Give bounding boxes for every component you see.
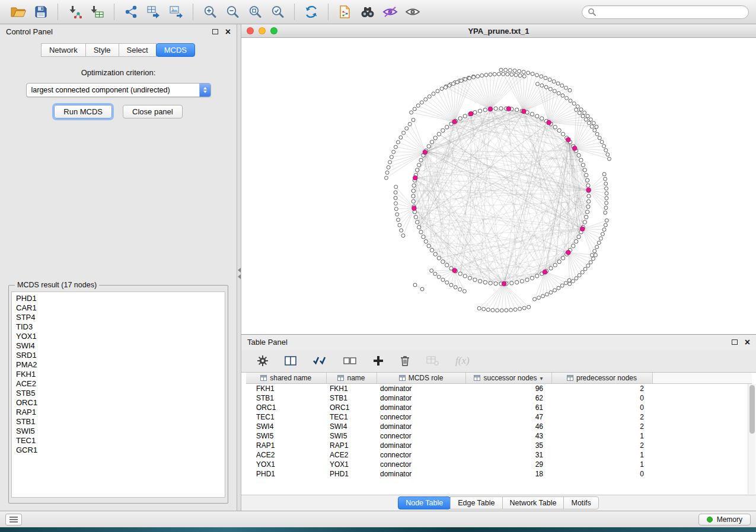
network-node[interactable] [540,75,543,78]
network-node[interactable] [535,114,539,118]
panel-splitter[interactable] [237,24,241,511]
network-node[interactable] [581,163,585,166]
network-node[interactable] [602,145,606,148]
network-node[interactable] [427,244,430,248]
network-node[interactable] [595,132,599,136]
dominator-node[interactable] [566,250,571,255]
network-node[interactable] [400,229,403,232]
network-node[interactable] [569,99,572,102]
network-node[interactable] [525,278,529,281]
network-node[interactable] [493,72,496,76]
network-node[interactable] [574,239,578,243]
network-node[interactable] [489,281,492,285]
network-node[interactable] [561,94,564,97]
network-node[interactable] [397,218,400,222]
network-node[interactable] [436,89,439,93]
mcds-result-item[interactable]: CAR1 [16,303,221,313]
export-table-button[interactable] [142,2,165,21]
network-node[interactable] [455,81,459,84]
network-node[interactable] [557,260,561,264]
network-node[interactable] [560,284,564,287]
network-node[interactable] [565,97,569,100]
zoom-in-button[interactable] [199,2,221,21]
network-node[interactable] [394,201,397,205]
network-node[interactable] [394,207,398,211]
column-header-shared-name[interactable]: shared name [246,373,326,383]
table-row[interactable]: FKH1 FKH1 dominator 96 2 [246,383,752,393]
network-node[interactable] [510,281,513,285]
network-node[interactable] [597,241,601,245]
network-node[interactable] [441,129,445,132]
dominator-node[interactable] [488,107,493,111]
apply-style-button[interactable] [379,2,401,21]
network-node[interactable] [448,84,451,87]
network-node[interactable] [583,168,586,172]
network-node[interactable] [402,131,406,134]
network-node[interactable] [605,187,608,190]
zoom-out-button[interactable] [221,2,244,21]
network-node[interactable] [496,309,499,312]
network-node[interactable] [460,79,463,82]
dominator-node[interactable] [413,175,417,180]
network-node[interactable] [499,107,503,110]
network-node[interactable] [398,223,401,227]
network-node[interactable] [590,254,594,257]
network-node[interactable] [586,184,590,187]
splitter-collapse-icon[interactable] [238,266,241,281]
network-node[interactable] [544,76,547,80]
mcds-result-item[interactable]: GCR1 [16,446,221,455]
column-header-name[interactable]: name [326,373,377,383]
network-node[interactable] [441,260,445,264]
network-node[interactable] [416,220,419,224]
network-node[interactable] [607,157,611,161]
network-node[interactable] [577,235,580,239]
export-image-button[interactable] [165,2,187,21]
network-node[interactable] [384,176,388,180]
mcds-result-item[interactable]: SWI4 [16,341,221,351]
network-node[interactable] [513,69,516,72]
network-node[interactable] [530,112,534,116]
network-node[interactable] [468,276,471,280]
network-node[interactable] [544,85,548,89]
network-node[interactable] [518,307,522,310]
zoom-fit-button[interactable] [244,2,266,21]
show-hide-graphics-button[interactable] [401,2,424,21]
network-node[interactable] [472,75,476,79]
network-node[interactable] [430,248,433,252]
network-node[interactable] [419,230,423,234]
network-node[interactable] [506,72,509,76]
network-node[interactable] [587,121,591,125]
network-node[interactable] [549,267,553,270]
network-node[interactable] [585,178,589,182]
network-node[interactable] [553,89,556,93]
network-node[interactable] [568,88,572,92]
network-node[interactable] [422,235,425,239]
table-row[interactable]: ACE2 ACE2 connector 31 1 [246,450,752,460]
network-node[interactable] [605,196,608,200]
network-node[interactable] [541,294,545,298]
network-node[interactable] [394,191,397,194]
network-node[interactable] [527,305,531,309]
network-node[interactable] [433,252,437,256]
network-node[interactable] [412,194,415,198]
network-node[interactable] [484,73,488,77]
network-node[interactable] [408,122,412,126]
network-node[interactable] [535,82,539,86]
create-column-button[interactable] [373,355,384,366]
network-node[interactable] [445,125,449,129]
network-node[interactable] [417,225,420,229]
network-node[interactable] [494,107,497,110]
network-node[interactable] [440,87,444,91]
dominator-node[interactable] [572,146,577,151]
network-node[interactable] [557,91,560,95]
network-node[interactable] [540,117,544,120]
window-zoom-icon[interactable] [270,27,277,34]
task-history-button[interactable] [5,514,22,525]
network-node[interactable] [497,72,500,76]
network-node[interactable] [557,286,560,290]
network-node[interactable] [437,256,441,259]
network-node[interactable] [518,74,522,78]
mcds-result-item[interactable]: YOX1 [16,332,221,341]
network-node[interactable] [586,264,590,267]
network-node[interactable] [591,257,595,261]
